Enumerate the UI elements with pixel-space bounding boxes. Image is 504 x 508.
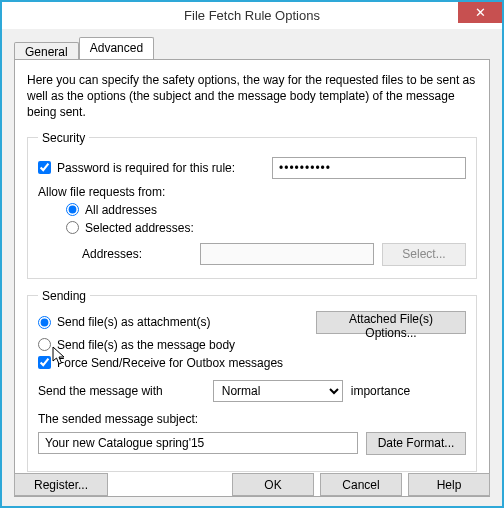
allow-from-label: Allow file requests from: bbox=[38, 185, 466, 199]
importance-row: Send the message with Normal importance bbox=[38, 380, 466, 402]
subject-label: The sended message subject: bbox=[38, 412, 466, 426]
dialog-buttons: Register... OK Cancel Help bbox=[14, 473, 490, 496]
cancel-button[interactable]: Cancel bbox=[320, 473, 402, 496]
addresses-label: Addresses: bbox=[82, 247, 200, 261]
send-with-prefix: Send the message with bbox=[38, 384, 163, 398]
sending-group: Sending Send file(s) as attachment(s) At… bbox=[27, 289, 477, 472]
ok-button[interactable]: OK bbox=[232, 473, 314, 496]
password-required-label: Password is required for this rule: bbox=[57, 161, 235, 175]
tab-pane-advanced: Here you can specify the safety options,… bbox=[14, 59, 490, 497]
subject-input[interactable] bbox=[38, 432, 358, 454]
password-field[interactable] bbox=[272, 157, 466, 179]
attached-files-options-button[interactable]: Attached File(s) Options... bbox=[316, 311, 466, 334]
force-send-receive-checkbox[interactable] bbox=[38, 356, 51, 369]
addresses-row: Addresses: Select... bbox=[38, 243, 466, 266]
date-format-button[interactable]: Date Format... bbox=[366, 432, 466, 455]
addresses-input bbox=[200, 243, 374, 265]
help-button[interactable]: Help bbox=[408, 473, 490, 496]
sending-legend: Sending bbox=[38, 289, 90, 303]
allow-selected-row: Selected addresses: bbox=[66, 221, 466, 235]
tab-strip: General Advanced bbox=[14, 37, 490, 59]
allow-all-radio[interactable] bbox=[66, 203, 79, 216]
subject-row: Date Format... bbox=[38, 432, 466, 455]
send-as-attachment-row: Send file(s) as attachment(s) Attached F… bbox=[38, 311, 466, 334]
select-addresses-button: Select... bbox=[382, 243, 466, 266]
send-as-body-radio[interactable] bbox=[38, 338, 51, 351]
client-area: General Advanced Here you can specify th… bbox=[2, 29, 502, 507]
close-icon: ✕ bbox=[475, 5, 486, 20]
send-as-body-row: Send file(s) as the message body bbox=[38, 338, 466, 352]
importance-select[interactable]: Normal bbox=[213, 380, 343, 402]
intro-text: Here you can specify the safety options,… bbox=[27, 72, 477, 121]
send-as-attachment-radio[interactable] bbox=[38, 316, 51, 329]
allow-all-row: All addresses bbox=[66, 203, 466, 217]
send-as-body-label: Send file(s) as the message body bbox=[57, 338, 235, 352]
titlebar: File Fetch Rule Options ✕ bbox=[2, 2, 502, 29]
allow-selected-label: Selected addresses: bbox=[85, 221, 194, 235]
window-title: File Fetch Rule Options bbox=[184, 8, 320, 23]
allow-selected-radio[interactable] bbox=[66, 221, 79, 234]
security-legend: Security bbox=[38, 131, 89, 145]
password-required-checkbox[interactable] bbox=[38, 161, 51, 174]
force-send-receive-label: Force Send/Receive for Outbox messages bbox=[57, 356, 283, 370]
dialog-window: File Fetch Rule Options ✕ General Advanc… bbox=[0, 0, 504, 508]
allow-all-label: All addresses bbox=[85, 203, 157, 217]
security-group: Security Password is required for this r… bbox=[27, 131, 477, 279]
close-button[interactable]: ✕ bbox=[458, 2, 502, 23]
password-row: Password is required for this rule: bbox=[38, 157, 466, 179]
register-button[interactable]: Register... bbox=[14, 473, 108, 496]
importance-suffix: importance bbox=[351, 384, 410, 398]
tab-advanced[interactable]: Advanced bbox=[79, 37, 154, 59]
force-send-receive-row: Force Send/Receive for Outbox messages bbox=[38, 356, 466, 370]
send-as-attachment-label: Send file(s) as attachment(s) bbox=[57, 315, 210, 329]
